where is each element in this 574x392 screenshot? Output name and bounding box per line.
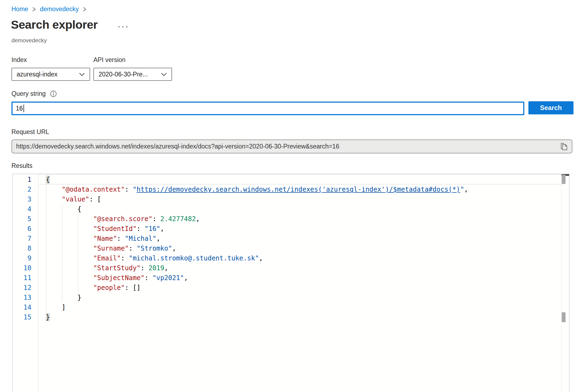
editor-line[interactable]: "StudentId": "16",	[46, 224, 561, 234]
line-number: 2	[13, 185, 31, 194]
line-number: 11	[13, 273, 31, 283]
line-number: 14	[13, 302, 31, 312]
api-version-dropdown[interactable]: 2020-06-30-Pre...	[93, 68, 172, 81]
scrollbar-thumb[interactable]	[562, 175, 566, 184]
editor-line[interactable]: "people": []	[46, 283, 561, 293]
editor-line[interactable]: "@search.score": 2.4277482,	[46, 214, 561, 224]
line-number: 8	[13, 243, 31, 253]
editor-line[interactable]: ]	[46, 302, 561, 312]
editor-line[interactable]: "SubjectName": "vp2021",	[46, 273, 561, 283]
line-number: 4	[13, 204, 31, 214]
index-dropdown[interactable]: azuresql-index	[11, 68, 90, 81]
request-url-label: Request URL	[11, 128, 49, 136]
text-caret	[23, 105, 24, 112]
query-string-label: Query string	[11, 90, 46, 97]
line-number: 5	[13, 214, 31, 224]
line-number: 7	[13, 234, 31, 243]
info-icon[interactable]	[50, 90, 57, 97]
query-input-value: 16	[16, 105, 23, 112]
scrollbar-track[interactable]	[561, 174, 569, 392]
api-version-label: API version	[93, 56, 126, 64]
chevron-right-icon	[83, 6, 86, 12]
editor-line[interactable]: "Name": "Michal",	[46, 234, 561, 243]
editor-line[interactable]: "value": [	[46, 194, 561, 204]
line-number: 12	[13, 283, 31, 293]
line-number: 1	[13, 175, 31, 185]
editor-lines: { "@odata.context": "https://demovedecky…	[46, 175, 561, 322]
line-number: 10	[13, 263, 31, 273]
line-number: 6	[13, 224, 31, 234]
page-subtitle: demovedecky	[11, 37, 47, 44]
copy-icon	[559, 142, 567, 151]
editor-line[interactable]: }	[46, 312, 561, 322]
line-number: 3	[13, 194, 31, 204]
line-number: 13	[13, 293, 31, 302]
breadcrumb: Home demovedecky	[11, 5, 86, 13]
editor-line[interactable]: }	[46, 293, 561, 302]
chevron-down-icon	[79, 73, 85, 76]
results-editor[interactable]: 123456789101112131415 { "@odata.context"…	[12, 174, 570, 392]
chevron-right-icon	[32, 6, 36, 12]
page-title: Search explorer	[11, 18, 98, 31]
copy-button[interactable]	[559, 142, 568, 152]
chevron-down-icon	[161, 73, 167, 76]
editor-line[interactable]: {	[46, 204, 561, 214]
overview-ruler-bracket-mark	[562, 312, 566, 322]
line-number: 15	[13, 312, 31, 322]
gutter-separator	[38, 174, 39, 392]
query-input[interactable]: 16	[11, 102, 524, 115]
editor-line[interactable]: "StartStudy": 2019,	[46, 263, 561, 273]
editor-line[interactable]: "Surname": "Stromko",	[46, 243, 561, 253]
editor-line[interactable]: "@odata.context": "https://demovedecky.s…	[46, 185, 561, 194]
breadcrumb-link-home[interactable]: Home	[11, 5, 28, 13]
editor-line[interactable]: {	[46, 175, 561, 185]
request-url-value: https://demovedecky.search.windows.net/i…	[16, 143, 559, 150]
editor-gutter: 123456789101112131415	[13, 175, 31, 322]
line-number: 9	[13, 253, 31, 263]
search-button[interactable]: Search	[528, 101, 573, 114]
api-version-dropdown-value: 2020-06-30-Pre...	[99, 71, 148, 78]
query-string-label-row: Query string	[11, 90, 57, 97]
editor-line[interactable]: "Email": "michal.stromko@.student.tuke.s…	[46, 253, 561, 263]
results-label: Results	[11, 162, 32, 170]
index-dropdown-value: azuresql-index	[17, 71, 58, 78]
more-button[interactable]: ···	[117, 21, 129, 31]
request-url-bar: https://demovedecky.search.windows.net/i…	[11, 139, 572, 153]
breadcrumb-link-demovedecky[interactable]: demovedecky	[40, 5, 79, 13]
index-label: Index	[11, 56, 27, 64]
